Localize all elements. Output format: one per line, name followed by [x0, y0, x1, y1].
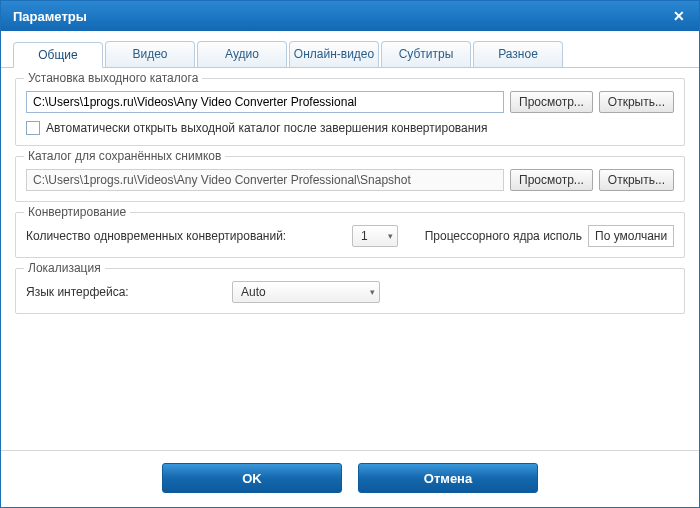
snapshot-path-display: C:\Users\1progs.ru\Videos\Any Video Conv…: [26, 169, 504, 191]
chevron-down-icon: ▾: [370, 287, 375, 297]
language-label: Язык интерфейса:: [26, 285, 226, 299]
snapshot-open-button[interactable]: Открыть...: [599, 169, 674, 191]
simultaneous-select[interactable]: 1 ▾: [352, 225, 398, 247]
snapshot-folder-group: Каталог для сохранённых снимков C:\Users…: [15, 156, 685, 202]
titlebar: Параметры ✕: [1, 1, 699, 31]
auto-open-label: Автоматически открыть выходной каталог п…: [46, 121, 488, 135]
output-path-input[interactable]: [26, 91, 504, 113]
localization-legend: Локализация: [24, 261, 105, 275]
output-browse-button[interactable]: Просмотр...: [510, 91, 593, 113]
language-select[interactable]: Auto ▾: [232, 281, 380, 303]
auto-open-checkbox[interactable]: [26, 121, 40, 135]
tab-content: Установка выходного каталога Просмотр...…: [1, 68, 699, 450]
ok-button[interactable]: OK: [162, 463, 342, 493]
simultaneous-value: 1: [361, 229, 368, 243]
chevron-down-icon: ▾: [388, 231, 393, 241]
tabs-bar: Общие Видео Аудио Онлайн-видео Субтитры …: [1, 31, 699, 68]
output-open-button[interactable]: Открыть...: [599, 91, 674, 113]
language-value: Auto: [241, 285, 266, 299]
footer: OK Отмена: [1, 450, 699, 507]
cpu-cores-label: Процессорного ядра исполь: [425, 229, 582, 243]
window-title: Параметры: [13, 9, 667, 24]
tab-video[interactable]: Видео: [105, 41, 195, 67]
tab-online-video[interactable]: Онлайн-видео: [289, 41, 379, 67]
close-icon[interactable]: ✕: [667, 6, 691, 26]
conversion-group: Конвертирование Количество одновременных…: [15, 212, 685, 258]
simultaneous-label: Количество одновременных конвертирований…: [26, 229, 346, 243]
cpu-cores-value[interactable]: По умолчани: [588, 225, 674, 247]
tab-misc[interactable]: Разное: [473, 41, 563, 67]
tab-general[interactable]: Общие: [13, 42, 103, 68]
output-folder-legend: Установка выходного каталога: [24, 71, 202, 85]
snapshot-folder-legend: Каталог для сохранённых снимков: [24, 149, 225, 163]
localization-group: Локализация Язык интерфейса: Auto ▾: [15, 268, 685, 314]
tab-audio[interactable]: Аудио: [197, 41, 287, 67]
conversion-legend: Конвертирование: [24, 205, 130, 219]
output-folder-group: Установка выходного каталога Просмотр...…: [15, 78, 685, 146]
cancel-button[interactable]: Отмена: [358, 463, 538, 493]
tab-subtitles[interactable]: Субтитры: [381, 41, 471, 67]
snapshot-browse-button[interactable]: Просмотр...: [510, 169, 593, 191]
